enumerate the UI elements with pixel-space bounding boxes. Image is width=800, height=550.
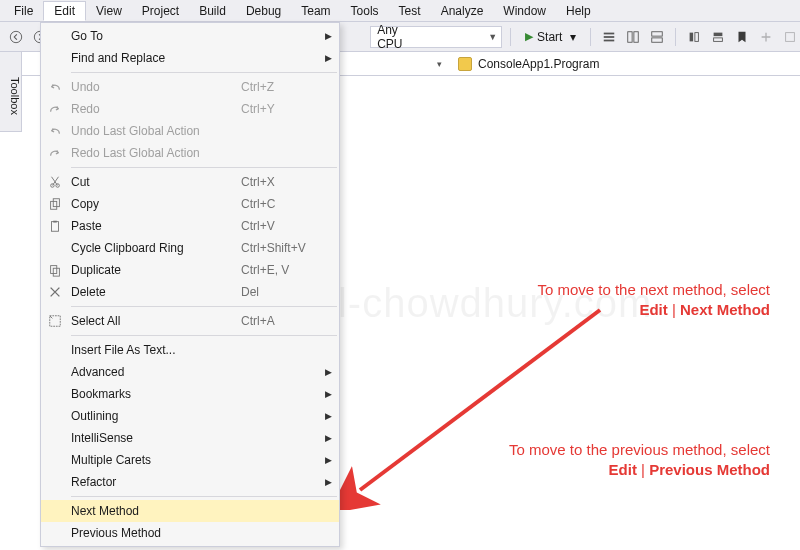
menu-item-shortcut: Del	[241, 285, 321, 299]
submenu-arrow-icon: ▶	[321, 53, 335, 63]
menu-item-label: Multiple Carets	[69, 453, 241, 467]
menu-item-label: Select All	[69, 314, 241, 328]
menu-item-select-all[interactable]: Select AllCtrl+A	[41, 310, 339, 332]
annotation-prev: To move to the previous method, select E…	[410, 440, 770, 481]
toolbar-icon[interactable]	[732, 27, 752, 47]
menu-item-shortcut: Ctrl+Z	[241, 80, 321, 94]
paste-icon	[41, 215, 69, 237]
annotation-next: To move to the next method, select Edit …	[430, 280, 770, 321]
nav-back-button[interactable]	[6, 27, 26, 47]
start-label: Start	[537, 30, 562, 44]
menu-item-undo-last-global-action: Undo Last Global Action	[41, 120, 339, 142]
menu-item-bookmarks[interactable]: Bookmarks▶	[41, 383, 339, 405]
selectall-icon	[41, 310, 69, 332]
menu-item-multiple-carets[interactable]: Multiple Carets▶	[41, 449, 339, 471]
menu-view[interactable]: View	[86, 2, 132, 20]
menu-project[interactable]: Project	[132, 2, 189, 20]
toolbar-icon[interactable]	[599, 27, 619, 47]
chevron-down-icon: ▾	[437, 59, 442, 69]
menu-item-intellisense[interactable]: IntelliSense▶	[41, 427, 339, 449]
undo-icon	[41, 76, 69, 98]
svg-rect-19	[53, 221, 57, 223]
delete-icon	[41, 281, 69, 303]
toolbar-icon[interactable]	[708, 27, 728, 47]
menu-item-undo: UndoCtrl+Z	[41, 76, 339, 98]
breadcrumb-left[interactable]: ▾	[340, 59, 450, 69]
submenu-arrow-icon: ▶	[321, 433, 335, 443]
platform-combo[interactable]: Any CPU ▼	[370, 26, 502, 48]
menu-item-label: IntelliSense	[69, 431, 241, 445]
menu-edit[interactable]: Edit	[43, 1, 86, 21]
menu-file[interactable]: File	[4, 2, 43, 20]
toolbar-icon[interactable]	[756, 27, 776, 47]
svg-rect-3	[604, 36, 615, 38]
menu-item-shortcut: Ctrl+Shift+V	[241, 241, 321, 255]
menu-item-copy[interactable]: CopyCtrl+C	[41, 193, 339, 215]
svg-rect-8	[652, 37, 663, 41]
svg-rect-10	[695, 32, 699, 41]
toolbar-icon[interactable]	[623, 27, 643, 47]
menu-analyze[interactable]: Analyze	[431, 2, 494, 20]
class-icon	[458, 57, 472, 71]
blank-icon	[41, 361, 69, 383]
svg-rect-4	[604, 39, 615, 41]
separator	[510, 28, 511, 46]
play-icon: ▶	[525, 30, 533, 43]
menu-item-next-method[interactable]: Next Method	[41, 500, 339, 522]
blank-icon	[41, 522, 69, 544]
undo-icon	[41, 120, 69, 142]
blank-icon	[41, 339, 69, 361]
menu-item-delete[interactable]: DeleteDel	[41, 281, 339, 303]
menu-item-label: Next Method	[69, 504, 241, 518]
cut-icon	[41, 171, 69, 193]
menu-item-insert-file-as-text[interactable]: Insert File As Text...	[41, 339, 339, 361]
menu-item-duplicate[interactable]: DuplicateCtrl+E, V	[41, 259, 339, 281]
menu-item-redo: RedoCtrl+Y	[41, 98, 339, 120]
menu-build[interactable]: Build	[189, 2, 236, 20]
submenu-arrow-icon: ▶	[321, 455, 335, 465]
start-debug-button[interactable]: ▶ Start ▾	[519, 26, 582, 48]
menu-item-outlining[interactable]: Outlining▶	[41, 405, 339, 427]
toolbar-icon[interactable]	[780, 27, 800, 47]
toolbar-icon[interactable]	[684, 27, 704, 47]
menu-item-go-to[interactable]: Go To▶	[41, 25, 339, 47]
menu-tools[interactable]: Tools	[341, 2, 389, 20]
menu-item-label: Go To	[69, 29, 241, 43]
menu-item-label: Paste	[69, 219, 241, 233]
svg-rect-5	[628, 31, 632, 42]
submenu-arrow-icon: ▶	[321, 477, 335, 487]
blank-icon	[41, 47, 69, 69]
menu-item-label: Advanced	[69, 365, 241, 379]
submenu-arrow-icon: ▶	[321, 389, 335, 399]
svg-rect-18	[52, 222, 59, 232]
menu-help[interactable]: Help	[556, 2, 601, 20]
toolbox-tab[interactable]: Toolbox	[0, 52, 22, 132]
menu-item-paste[interactable]: PasteCtrl+V	[41, 215, 339, 237]
toolbar-icon[interactable]	[647, 27, 667, 47]
copy-icon	[41, 193, 69, 215]
separator	[590, 28, 591, 46]
menu-item-find-and-replace[interactable]: Find and Replace▶	[41, 47, 339, 69]
menu-item-cut[interactable]: CutCtrl+X	[41, 171, 339, 193]
svg-rect-7	[652, 31, 663, 35]
menu-item-shortcut: Ctrl+Y	[241, 102, 321, 116]
menu-item-previous-method[interactable]: Previous Method	[41, 522, 339, 544]
menu-debug[interactable]: Debug	[236, 2, 291, 20]
menu-item-label: Previous Method	[69, 526, 241, 540]
menu-test[interactable]: Test	[389, 2, 431, 20]
menu-item-refactor[interactable]: Refactor▶	[41, 471, 339, 493]
breadcrumb-right[interactable]: ConsoleApp1.Program	[450, 57, 607, 71]
menubar: FileEditViewProjectBuildDebugTeamToolsTe…	[0, 0, 800, 22]
submenu-arrow-icon: ▶	[321, 411, 335, 421]
menu-item-cycle-clipboard-ring[interactable]: Cycle Clipboard RingCtrl+Shift+V	[41, 237, 339, 259]
menu-item-advanced[interactable]: Advanced▶	[41, 361, 339, 383]
menu-window[interactable]: Window	[493, 2, 556, 20]
toolbox-label: Toolbox	[9, 77, 21, 115]
menu-item-redo-last-global-action: Redo Last Global Action	[41, 142, 339, 164]
menu-item-label: Insert File As Text...	[69, 343, 241, 357]
menu-item-label: Delete	[69, 285, 241, 299]
menu-team[interactable]: Team	[291, 2, 340, 20]
blank-icon	[41, 471, 69, 493]
menu-item-label: Bookmarks	[69, 387, 241, 401]
redo-icon	[41, 98, 69, 120]
